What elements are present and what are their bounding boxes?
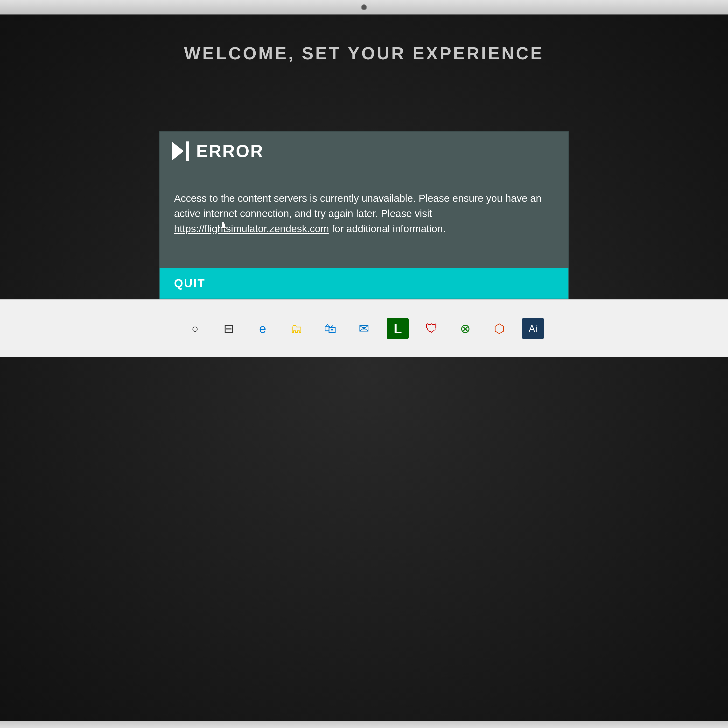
taskbar-icon-active-app[interactable]: Ai	[522, 318, 544, 340]
taskbar-icon-notepad-l[interactable]: L	[387, 318, 409, 340]
taskbar-icon-file-explorer[interactable]: 🗂	[286, 318, 307, 340]
taskbar-icon-mail[interactable]: ✉	[353, 318, 375, 340]
bezel-bottom	[0, 721, 728, 728]
taskbar-icon-edge[interactable]: e	[252, 318, 274, 340]
taskbar-icon-mcafee[interactable]: 🛡	[421, 318, 442, 340]
taskbar-icon-office[interactable]: ⬡	[488, 318, 510, 340]
dialog-header: ERROR	[159, 132, 569, 171]
bezel-top	[0, 0, 728, 14]
error-title: ERROR	[196, 141, 264, 161]
dialog-body: Access to the content servers is current…	[159, 171, 569, 268]
taskbar-icon-store[interactable]: 🛍	[319, 318, 341, 340]
error-message: Access to the content servers is current…	[174, 193, 541, 234]
error-dialog: ERROR Access to the content servers is c…	[159, 131, 569, 299]
quit-button[interactable]: QUIT	[159, 268, 569, 298]
bar-icon	[186, 141, 189, 161]
screen: WELCOME, SET YOUR EXPERIENCE ERROR Acces…	[0, 14, 728, 721]
camera	[361, 5, 367, 10]
welcome-title: WELCOME, SET YOUR EXPERIENCE	[184, 43, 544, 63]
taskbar-icon-xbox[interactable]: ⊗	[454, 318, 476, 340]
error-message-part2: for additional information.	[329, 223, 446, 234]
arrow-icon	[171, 141, 184, 161]
taskbar-icon-search[interactable]: ○	[184, 318, 206, 340]
taskbar-icon-task-view[interactable]: ⊟	[218, 318, 240, 340]
error-link[interactable]: https://flightsimulator.zendesk.com	[174, 223, 329, 234]
error-icon	[171, 141, 189, 161]
taskbar: ○⊟e🗂🛍✉L🛡⊗⬡Ai	[0, 299, 728, 357]
error-message-part1: Access to the content servers is current…	[174, 193, 541, 219]
